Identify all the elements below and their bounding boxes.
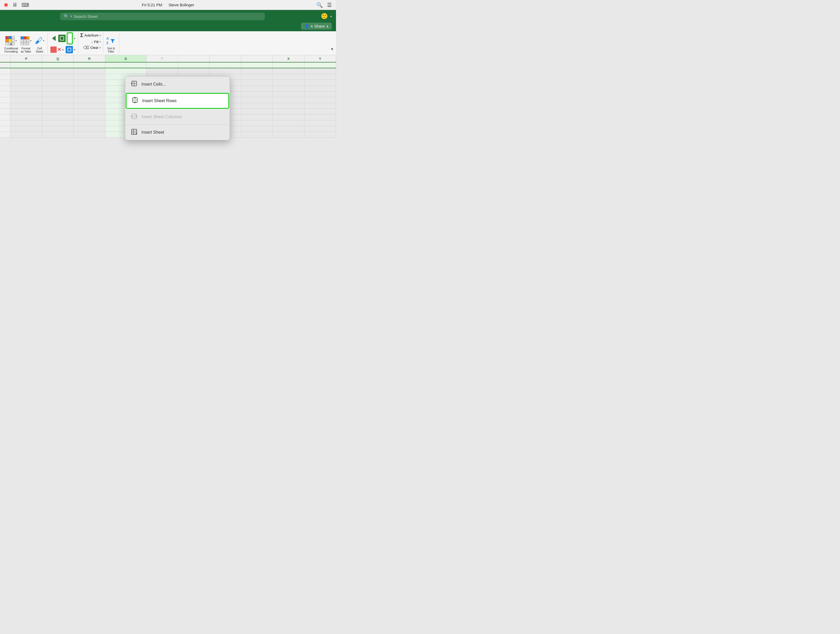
- col-header-V: [210, 55, 241, 62]
- clear-label: Clear: [90, 46, 98, 50]
- conditional-formatting-icon: ≠: [5, 36, 15, 46]
- fill-label: Fill: [94, 40, 98, 44]
- delete-red-button[interactable]: ✕: [51, 46, 61, 53]
- share-label: Share: [314, 24, 325, 28]
- ribbon: ≠ ▾ Conditional Formatting: [0, 31, 336, 55]
- cell-1-R[interactable]: [74, 63, 105, 68]
- col-header-T: T: [147, 55, 178, 62]
- dropdown-item-insert-sheet[interactable]: Insert Sheet: [125, 125, 230, 140]
- col-header-Q: Q: [42, 55, 74, 62]
- conditional-formatting-label: Conditional Formatting: [4, 47, 18, 53]
- dropdown-item-insert-sheet-rows[interactable]: Insert Sheet Rows: [126, 93, 229, 109]
- autosum-button[interactable]: Σ AutoSum ▾: [81, 32, 101, 38]
- grid-row-2: [0, 68, 336, 74]
- search-bar: 🔍 ▾: [60, 13, 265, 20]
- time-display: Fri 5:21 PM: [142, 3, 162, 7]
- cell-1-P[interactable]: [11, 63, 42, 68]
- insert-sheet-rows-label: Insert Sheet Rows: [142, 98, 177, 103]
- sort-filter-button[interactable]: A Z Sort & Filter: [105, 35, 117, 53]
- format-cell-icon: [66, 46, 73, 53]
- menu-bar-left: 🖥 ⌨: [4, 2, 29, 8]
- insert-cells-label: Insert Cells...: [142, 82, 166, 87]
- cell-1-Q[interactable]: [42, 63, 74, 68]
- delete-dropdown-arrow[interactable]: ▾: [62, 48, 63, 51]
- share-plus-icon: +: [311, 24, 313, 28]
- menu-bar-center: Fri 5:21 PM Steve Bolinger: [142, 3, 194, 7]
- smiley-icon[interactable]: 🙂: [321, 13, 328, 20]
- user-display: Steve Bolinger: [169, 3, 194, 7]
- cell-1-S[interactable]: [105, 63, 146, 68]
- col-header-X: X: [273, 55, 304, 62]
- screen-icon: 🖥: [12, 2, 17, 8]
- share-row: 👤 + Share ∧: [0, 22, 336, 31]
- cell-1-Y[interactable]: [305, 63, 336, 68]
- cell-styles-button[interactable]: 🖌 ▾ Cell Styles: [34, 35, 46, 53]
- col-header-Y: Y: [305, 55, 336, 62]
- clear-button[interactable]: ⌫ Clear ▾: [83, 45, 101, 50]
- clear-icon: ⌫: [83, 45, 89, 50]
- search-menu-icon[interactable]: 🔍: [316, 2, 323, 8]
- cell-styles-label: Cell Styles: [36, 47, 43, 53]
- insert-sheet-columns-icon: [131, 113, 138, 121]
- svg-marker-0: [111, 39, 115, 43]
- col-header-S: S: [105, 55, 146, 62]
- cell-1-V[interactable]: [210, 63, 241, 68]
- fill-dropdown-arrow[interactable]: ▾: [99, 40, 101, 43]
- fill-button[interactable]: ↓ Fill ▾: [91, 40, 101, 44]
- conditional-formatting-button[interactable]: ≠ ▾ Conditional Formatting: [4, 35, 18, 53]
- close-button[interactable]: [4, 3, 8, 7]
- cell-1-W[interactable]: [241, 63, 273, 68]
- insert-sheet-icon: [131, 128, 138, 136]
- autosum-dropdown-arrow[interactable]: ▾: [99, 34, 101, 37]
- smiley-dropdown-arrow[interactable]: ▾: [330, 15, 332, 18]
- keyboard-icon: ⌨: [22, 2, 29, 8]
- insert-highlight-button[interactable]: [67, 32, 73, 44]
- conditional-formatting-icon-area: ≠ ▾: [5, 35, 17, 46]
- dropdown-item-insert-cells[interactable]: Insert Cells...: [125, 76, 230, 92]
- menu-bar-right: 🔍 ☰: [316, 2, 332, 8]
- col-header-U: [178, 55, 210, 62]
- cell-styles-icon: 🖌: [35, 36, 43, 45]
- format-as-table-icon: [21, 36, 29, 45]
- clear-dropdown-arrow[interactable]: ▾: [99, 46, 101, 49]
- ribbon-section-sort: A Z Sort & Filter: [103, 32, 119, 53]
- search-icon: 🔍: [64, 14, 69, 19]
- insert-dropdown-arrow[interactable]: ▾: [74, 37, 75, 40]
- cell-styles-dropdown-arrow[interactable]: ▾: [43, 40, 44, 42]
- cell-1-T[interactable]: [147, 63, 178, 68]
- search-input[interactable]: [74, 14, 261, 19]
- search-bar-container: 🔍 ▾ 🙂 ▾: [0, 10, 336, 22]
- row-num-2: [0, 68, 11, 74]
- sort-filter-icon-area: A Z: [106, 35, 115, 46]
- col-header-P: P: [11, 55, 42, 62]
- ribbon-section-editing: Σ AutoSum ▾ ↓ Fill ▾ ⌫ Clear ▾: [78, 32, 103, 53]
- cell-styles-icon-area: 🖌 ▾: [35, 35, 44, 46]
- dropdown-item-insert-sheet-columns[interactable]: Insert Sheet Columns: [125, 109, 230, 125]
- share-button[interactable]: 👤 + Share ∧: [301, 22, 332, 30]
- format-dropdown-arrow[interactable]: ▾: [74, 48, 75, 51]
- ribbon-more-button[interactable]: ▼: [330, 32, 334, 53]
- format-as-table-icon-area: ▾: [21, 35, 32, 46]
- fill-icon: ↓: [91, 40, 93, 44]
- search-caret: ▾: [71, 14, 72, 18]
- col-header-W: [241, 55, 273, 62]
- conditional-formatting-dropdown-arrow[interactable]: ▾: [16, 40, 17, 42]
- insert-dropdown-menu: Insert Cells... Insert Sheet Rows Insert…: [125, 76, 230, 140]
- insert-cell-icon: [58, 35, 66, 42]
- cell-1-U[interactable]: [178, 63, 210, 68]
- ribbon-section-styles: ≠ ▾ Conditional Formatting: [2, 32, 48, 53]
- row-num-1: [0, 63, 11, 68]
- cell-1-X[interactable]: [273, 63, 304, 68]
- insert-sheet-label: Insert Sheet: [142, 130, 164, 135]
- share-caret: ∧: [326, 24, 328, 28]
- column-headers: P Q R S T X Y: [0, 55, 336, 63]
- ribbon-more-icon: ▼: [330, 47, 334, 51]
- share-person-icon: 👤: [304, 24, 309, 28]
- list-menu-icon[interactable]: ☰: [327, 2, 332, 8]
- insert-sheet-columns-label: Insert Sheet Columns: [142, 114, 182, 119]
- autosum-label: AutoSum: [85, 33, 98, 37]
- sigma-icon: Σ: [81, 32, 84, 38]
- insert-left-arrow-button[interactable]: [51, 35, 57, 42]
- format-as-table-dropdown-arrow[interactable]: ▾: [30, 40, 32, 42]
- format-as-table-button[interactable]: ▾ Format as Table: [20, 35, 32, 53]
